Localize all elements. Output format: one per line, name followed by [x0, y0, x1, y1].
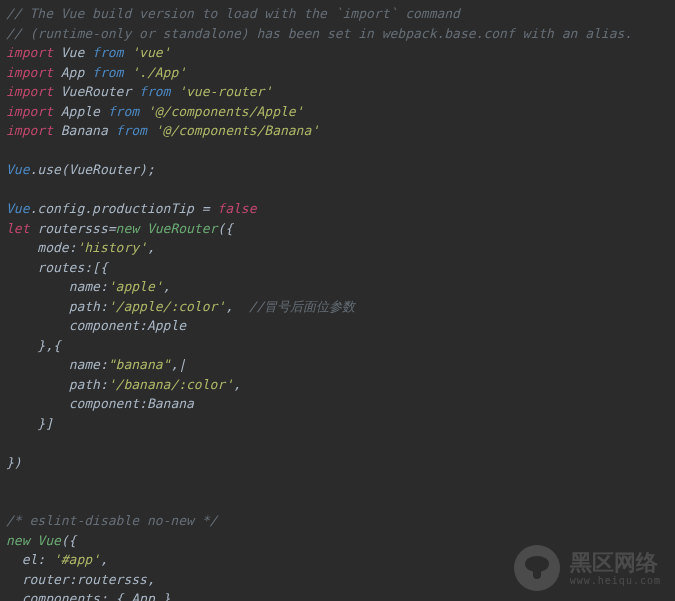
code-block: // The Vue build version to load with th… [0, 0, 675, 601]
comment: // The Vue build version to load with th… [6, 6, 460, 21]
comment: // (runtime-only or standalone) has been… [6, 26, 632, 41]
